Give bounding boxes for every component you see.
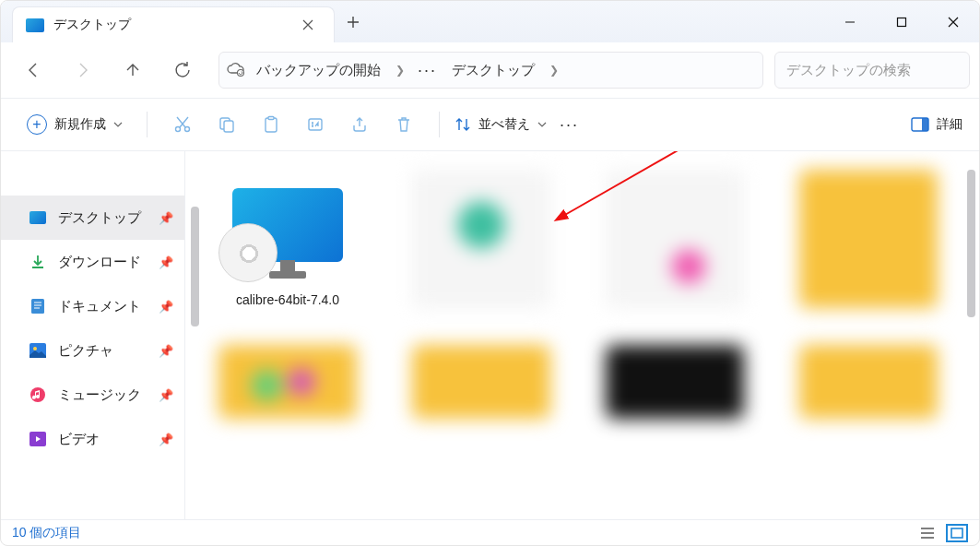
sidebar: デスクトップ 📌 ダウンロード 📌 ドキュメント 📌 ピクチャ 📌 ミュージック… — [1, 151, 185, 519]
file-item-calibre[interactable]: calibre-64bit-7.4.0 — [218, 170, 357, 308]
breadcrumb[interactable]: バックアップの開始 ❯ ··· デスクトップ ❯ — [218, 52, 763, 89]
picture-icon — [29, 342, 47, 359]
share-button[interactable] — [339, 107, 380, 142]
details-label: 詳細 — [937, 116, 962, 133]
copy-button[interactable] — [207, 107, 247, 142]
icon-view-button[interactable] — [946, 524, 968, 542]
svg-point-13 — [33, 347, 37, 350]
sidebar-item-desktop[interactable]: デスクトップ 📌 — [1, 196, 184, 240]
file-grid: calibre-64bit-7.4.0 — [185, 151, 979, 519]
refresh-button[interactable] — [159, 52, 206, 89]
pin-icon: 📌 — [159, 211, 173, 225]
sidebar-item-label: デスクトップ — [58, 209, 141, 227]
delete-button[interactable] — [384, 107, 424, 142]
window-controls — [824, 1, 979, 42]
desktop-icon — [29, 209, 47, 226]
svg-rect-11 — [31, 299, 44, 314]
svg-rect-6 — [266, 118, 277, 132]
up-button[interactable] — [110, 52, 156, 89]
titlebar: デスクトップ — [1, 1, 979, 42]
svg-rect-5 — [224, 121, 233, 132]
details-pane-button[interactable]: 詳細 — [911, 116, 962, 133]
music-icon — [29, 386, 47, 403]
sidebar-item-documents[interactable]: ドキュメント 📌 — [1, 284, 184, 328]
pin-icon: 📌 — [159, 255, 173, 269]
svg-rect-10 — [922, 118, 928, 131]
blurred-item[interactable] — [606, 345, 744, 419]
desktop-icon — [26, 18, 44, 32]
sidebar-item-label: ビデオ — [58, 431, 100, 448]
body: デスクトップ 📌 ダウンロード 📌 ドキュメント 📌 ピクチャ 📌 ミュージック… — [1, 151, 979, 519]
titlebar-spacer — [372, 1, 824, 42]
svg-point-1 — [238, 70, 244, 77]
blurred-item[interactable] — [799, 345, 938, 419]
item-count: 10 個の項目 — [12, 525, 81, 541]
breadcrumb-overflow[interactable]: ··· — [412, 61, 443, 80]
svg-rect-17 — [951, 528, 962, 538]
pin-icon: 📌 — [159, 344, 173, 358]
blurred-item[interactable] — [412, 345, 550, 419]
sidebar-item-downloads[interactable]: ダウンロード 📌 — [1, 240, 184, 284]
svg-point-2 — [176, 127, 181, 132]
sidebar-item-music[interactable]: ミュージック 📌 — [1, 373, 184, 417]
svg-rect-7 — [268, 117, 274, 120]
search-input[interactable]: デスクトップの検索 — [774, 52, 970, 89]
close-tab-button[interactable] — [295, 12, 321, 38]
chevron-right-icon[interactable]: ❯ — [544, 64, 564, 77]
blurred-item[interactable] — [799, 170, 938, 308]
forward-button[interactable] — [60, 52, 106, 89]
breadcrumb-backup[interactable]: バックアップの開始 — [249, 62, 388, 79]
blurred-item[interactable] — [412, 170, 550, 308]
installer-icon — [228, 170, 348, 280]
download-icon — [29, 254, 47, 270]
sort-label: 並べ替え — [478, 116, 530, 133]
sidebar-item-label: ドキュメント — [58, 298, 141, 315]
back-button[interactable] — [10, 52, 56, 89]
close-window-button[interactable] — [927, 1, 979, 42]
search-placeholder: デスクトップの検索 — [786, 62, 911, 79]
rename-button[interactable] — [295, 107, 336, 142]
cloud-backup-icon — [225, 59, 247, 81]
list-view-button[interactable] — [916, 524, 939, 542]
file-name: calibre-64bit-7.4.0 — [236, 291, 339, 308]
pin-icon: 📌 — [159, 388, 173, 402]
svg-rect-0 — [898, 18, 906, 26]
chevron-right-icon[interactable]: ❯ — [390, 64, 410, 77]
cut-button[interactable] — [162, 107, 203, 142]
content-scrollbar[interactable] — [967, 170, 975, 317]
pin-icon: 📌 — [159, 300, 173, 314]
blurred-item[interactable] — [606, 170, 744, 308]
svg-point-3 — [185, 127, 190, 132]
svg-point-14 — [30, 387, 45, 402]
maximize-button[interactable] — [876, 1, 927, 42]
minimize-button[interactable] — [824, 1, 876, 42]
new-button-label: 新規作成 — [54, 116, 106, 133]
sidebar-item-label: ピクチャ — [58, 342, 113, 360]
chevron-down-icon — [113, 120, 123, 129]
separator — [147, 112, 148, 137]
chevron-down-icon — [537, 120, 547, 129]
new-tab-button[interactable] — [335, 1, 372, 42]
navigation-row: バックアップの開始 ❯ ··· デスクトップ ❯ デスクトップの検索 — [1, 42, 979, 98]
video-icon — [29, 431, 47, 447]
sidebar-item-pictures[interactable]: ピクチャ 📌 — [1, 328, 184, 373]
plus-circle-icon: + — [27, 114, 47, 135]
sidebar-item-videos[interactable]: ビデオ 📌 — [1, 417, 184, 461]
breadcrumb-current[interactable]: デスクトップ — [444, 62, 542, 79]
sidebar-item-label: ミュージック — [58, 386, 141, 404]
pin-icon: 📌 — [159, 433, 173, 446]
separator — [439, 112, 440, 137]
new-button[interactable]: + 新規作成 — [18, 107, 132, 142]
active-tab[interactable]: デスクトップ — [12, 6, 335, 42]
blurred-item[interactable] — [218, 345, 357, 419]
tab-title: デスクトップ — [53, 17, 286, 33]
toolbar: + 新規作成 並べ替え ··· 詳細 — [1, 98, 979, 151]
more-button[interactable]: ··· — [550, 115, 588, 135]
svg-rect-8 — [309, 119, 322, 130]
paste-button[interactable] — [251, 107, 291, 142]
document-icon — [29, 298, 47, 315]
sidebar-item-label: ダウンロード — [58, 254, 141, 271]
statusbar: 10 個の項目 — [1, 519, 979, 546]
sort-button[interactable]: 並べ替え — [455, 116, 547, 133]
